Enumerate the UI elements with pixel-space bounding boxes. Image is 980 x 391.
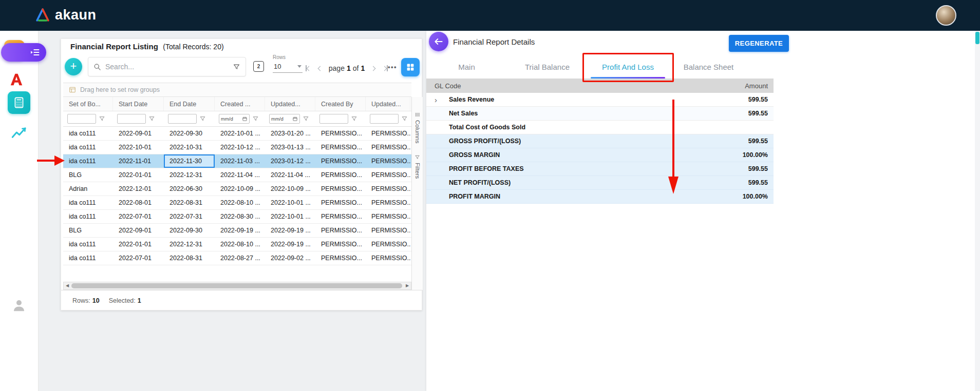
table-row[interactable]: BLG2022-09-012022-09-302022-09-19 ...202… <box>63 224 411 238</box>
grid-cell[interactable]: Adrian <box>63 182 113 196</box>
expand-chevron-icon[interactable]: › <box>435 93 449 107</box>
prev-page-button[interactable] <box>317 66 323 71</box>
grid-cell[interactable]: BLG <box>63 168 113 182</box>
apps-grid-button[interactable] <box>401 58 420 76</box>
grid-cell[interactable]: ida co111 <box>63 196 113 209</box>
text-filter-input[interactable] <box>67 114 96 124</box>
grid-cell[interactable]: 2022-10-31 <box>164 141 215 154</box>
grid-cell[interactable]: 2022-11-03 ... <box>215 154 265 168</box>
grid-cell[interactable]: PERMISSIO... <box>366 168 410 182</box>
grid-cell[interactable]: 2022-10-01 ... <box>215 127 265 140</box>
grid-cell[interactable]: ida co111 <box>63 210 113 223</box>
grid-cell[interactable]: 2022-07-31 <box>164 210 215 223</box>
grid-cell[interactable]: 2023-01-12 ... <box>265 154 315 168</box>
column-header[interactable]: Created ... <box>215 97 265 111</box>
table-row[interactable]: ida co1112022-08-012022-08-312022-08-10 … <box>63 196 411 210</box>
column-header[interactable]: Start Date <box>113 97 164 111</box>
grid-cell[interactable]: 2022-08-01 <box>113 196 164 209</box>
column-header[interactable]: Updated... <box>265 97 315 111</box>
sidebar-item-pdf[interactable] <box>9 72 24 87</box>
grid-cell[interactable]: PERMISSIO... <box>315 182 366 196</box>
grid-cell[interactable]: 2022-01-01 <box>113 168 164 182</box>
report-row[interactable]: GROSS MARGIN100.00% <box>426 148 774 162</box>
rows-per-page-select[interactable]: Rows 10 <box>273 54 305 73</box>
table-row[interactable]: ida co1112022-10-012022-10-312022-10-12 … <box>63 141 411 154</box>
table-row[interactable]: ida co1112022-09-012022-09-302022-10-01 … <box>63 127 411 141</box>
grid-cell[interactable]: 2022-07-01 <box>113 251 164 265</box>
tab-main[interactable]: Main <box>426 55 507 79</box>
first-page-button[interactable] <box>305 64 312 72</box>
grid-cell[interactable]: ida co111 <box>63 141 113 154</box>
filter-funnel-icon[interactable] <box>252 115 259 122</box>
column-header[interactable]: Updated... <box>366 97 410 111</box>
table-row[interactable]: ida co1112022-07-012022-08-312022-08-27 … <box>63 251 411 265</box>
grid-cell[interactable]: 2022-09-02 ... <box>265 251 315 265</box>
column-header[interactable]: Set of Bo... <box>63 97 113 111</box>
grid-cell[interactable]: 2022-09-01 <box>113 127 164 140</box>
grid-cell[interactable]: 2022-09-19 ... <box>265 224 315 237</box>
grid-cell[interactable]: ida co111 <box>63 154 113 168</box>
grid-cell[interactable]: PERMISSIO... <box>366 210 410 223</box>
filters-panel-tab[interactable]: Filters <box>412 152 423 181</box>
date-filter-input[interactable]: mm/d <box>269 114 300 124</box>
regenerate-button[interactable]: REGENERATE <box>729 35 789 52</box>
grid-cell[interactable]: 2022-09-19 ... <box>265 238 315 251</box>
grid-cell[interactable]: ida co111 <box>63 127 113 140</box>
scrollbar-thumb[interactable] <box>71 283 402 288</box>
filter-funnel-icon[interactable] <box>148 115 155 122</box>
grid-cell[interactable]: PERMISSIO... <box>366 141 410 154</box>
grid-cell[interactable]: 2022-09-19 ... <box>215 224 265 237</box>
table-row[interactable]: ida co1112022-11-012022-11-302022-11-03 … <box>63 154 411 168</box>
sidebar-item-profile[interactable] <box>11 298 27 313</box>
grid-cell[interactable]: 2022-12-31 <box>164 168 215 182</box>
window-scrollbar-thumb[interactable] <box>975 32 979 44</box>
text-filter-input[interactable] <box>319 114 348 124</box>
date-filter-input[interactable]: mm/d <box>219 114 250 124</box>
search-filter-icon[interactable] <box>233 63 240 71</box>
grid-cell[interactable]: ida co111 <box>63 238 113 251</box>
report-row[interactable]: GROSS PROFIT/(LOSS)599.55 <box>426 134 774 148</box>
grid-cell[interactable]: PERMISSIO... <box>366 196 410 209</box>
text-filter-input[interactable] <box>117 114 146 124</box>
grid-cell[interactable]: 2022-08-31 <box>164 251 215 265</box>
grid-cell[interactable]: 2022-08-10 ... <box>215 238 265 251</box>
back-button[interactable] <box>429 32 448 51</box>
grid-cell[interactable]: 2022-11-01 <box>113 154 164 168</box>
window-scrollbar[interactable] <box>975 31 980 391</box>
tab-profit-and-loss[interactable]: Profit And Loss <box>588 55 668 79</box>
grid-cell[interactable]: ida co111 <box>63 251 113 265</box>
report-row[interactable]: PROFIT BEFORE TAXES599.55 <box>426 162 774 176</box>
grid-cell[interactable]: PERMISSIO... <box>315 154 366 168</box>
filter-funnel-icon[interactable] <box>99 115 105 122</box>
grid-cell[interactable]: PERMISSIO... <box>315 224 366 237</box>
report-row[interactable]: Total Cost of Goods Sold <box>426 121 774 134</box>
grid-cell[interactable]: 2022-10-01 <box>113 141 164 154</box>
grid-cell[interactable]: 2022-09-30 <box>164 127 215 140</box>
user-avatar[interactable] <box>936 5 956 26</box>
grid-cell[interactable]: 2022-11-04 ... <box>265 168 315 182</box>
grid-cell[interactable]: PERMISSIO... <box>366 127 410 140</box>
grid-cell[interactable]: PERMISSIO... <box>366 251 410 265</box>
grid-cell[interactable]: 2023-01-20 ... <box>265 127 315 140</box>
grid-cell[interactable]: 2022-09-01 <box>113 224 164 237</box>
grid-cell[interactable]: 2022-08-27 ... <box>215 251 265 265</box>
horizontal-scrollbar[interactable]: ◀ ▶ <box>63 282 411 290</box>
grid-cell[interactable]: PERMISSIO... <box>315 168 366 182</box>
grid-cell[interactable]: PERMISSIO... <box>315 251 366 265</box>
scroll-left-button[interactable]: ◀ <box>64 282 71 289</box>
grid-cell[interactable]: 2022-11-04 ... <box>215 168 265 182</box>
grid-cell[interactable]: 2022-10-09 ... <box>265 182 315 196</box>
grid-cell[interactable]: 2022-11-30 <box>164 154 215 168</box>
next-page-button[interactable] <box>370 66 376 71</box>
text-filter-input[interactable] <box>370 114 399 124</box>
column-header[interactable]: Created By <box>315 97 366 111</box>
column-header[interactable]: End Date <box>164 97 215 111</box>
grid-cell[interactable]: 2022-08-31 <box>164 196 215 209</box>
grid-cell[interactable]: PERMISSIO... <box>366 182 410 196</box>
grid-cell[interactable]: 2022-07-01 <box>113 210 164 223</box>
text-filter-input[interactable] <box>168 114 197 124</box>
filter-funnel-icon[interactable] <box>401 115 408 122</box>
grid-cell[interactable]: 2022-10-01 ... <box>265 210 315 223</box>
filter-funnel-icon[interactable] <box>303 115 309 122</box>
sidebar-item-analytics[interactable] <box>11 125 27 142</box>
